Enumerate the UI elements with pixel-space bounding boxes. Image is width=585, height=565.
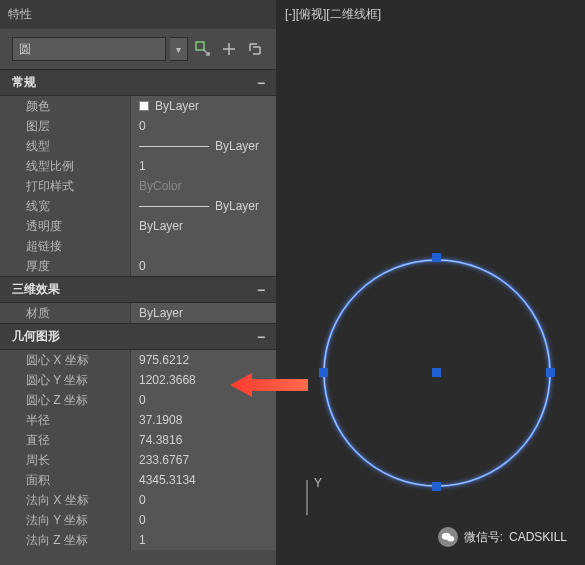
grip-right[interactable] (546, 368, 555, 377)
color-swatch-icon (139, 101, 149, 111)
section-header-general[interactable]: 常规 − (0, 70, 276, 96)
svg-rect-0 (196, 42, 204, 50)
prop-ltscale[interactable]: 线型比例1 (0, 156, 276, 176)
section-threed: 三维效果 − 材质ByLayer (0, 276, 276, 323)
grip-center[interactable] (432, 368, 441, 377)
ucs-icon: Y (297, 475, 347, 525)
quick-select-icon[interactable] (192, 38, 214, 60)
object-type-selector[interactable]: 圆 (12, 37, 166, 61)
prop-layer[interactable]: 图层0 (0, 116, 276, 136)
prop-thickness[interactable]: 厚度0 (0, 256, 276, 276)
section-geometry: 几何图形 − 圆心 X 坐标975.6212 圆心 Y 坐标1202.3668 … (0, 323, 276, 550)
grip-left[interactable] (319, 368, 328, 377)
collapse-icon: − (254, 329, 268, 345)
prop-radius[interactable]: 半径37.1908 (0, 410, 276, 430)
annotation-arrow-icon (230, 370, 310, 400)
prop-circumference[interactable]: 周长233.6767 (0, 450, 276, 470)
selector-dropdown-icon[interactable]: ▾ (170, 37, 188, 61)
properties-panel: 特性 圆 ▾ 常规 − 颜色ByLayer 图层0 线型ByLayer 线型比例… (0, 0, 277, 565)
linetype-sample-icon (139, 146, 209, 147)
section-header-geometry[interactable]: 几何图形 − (0, 324, 276, 350)
collapse-icon: − (254, 282, 268, 298)
svg-marker-7 (230, 373, 308, 397)
lineweight-sample-icon (139, 206, 209, 207)
prop-plotstyle[interactable]: 打印样式ByColor (0, 176, 276, 196)
svg-point-6 (447, 536, 454, 542)
prop-color[interactable]: 颜色ByLayer (0, 96, 276, 116)
selector-row: 圆 ▾ (0, 29, 276, 69)
prop-normalx[interactable]: 法向 X 坐标0 (0, 490, 276, 510)
prop-hyperlink[interactable]: 超链接 (0, 236, 276, 256)
prop-linetype[interactable]: 线型ByLayer (0, 136, 276, 156)
prop-material[interactable]: 材质ByLayer (0, 303, 276, 323)
prop-lineweight[interactable]: 线宽ByLayer (0, 196, 276, 216)
grip-bottom[interactable] (432, 482, 441, 491)
section-general: 常规 − 颜色ByLayer 图层0 线型ByLayer 线型比例1 打印样式B… (0, 69, 276, 276)
wechat-icon (438, 527, 458, 547)
watermark: 微信号: CADSKILL (438, 527, 567, 547)
section-header-threed[interactable]: 三维效果 − (0, 277, 276, 303)
toggle-pui-icon[interactable] (244, 38, 266, 60)
prop-area[interactable]: 面积4345.3134 (0, 470, 276, 490)
select-objects-icon[interactable] (218, 38, 240, 60)
prop-transparency[interactable]: 透明度ByLayer (0, 216, 276, 236)
collapse-icon: − (254, 75, 268, 91)
panel-title: 特性 (0, 0, 276, 29)
viewport[interactable]: [-][俯视][二维线框] Y 微信号: CADSKILL (277, 0, 585, 565)
prop-normalz[interactable]: 法向 Z 坐标1 (0, 530, 276, 550)
prop-diameter[interactable]: 直径74.3816 (0, 430, 276, 450)
grip-top[interactable] (432, 253, 441, 262)
svg-text:Y: Y (314, 476, 322, 490)
viewport-label[interactable]: [-][俯视][二维线框] (285, 6, 381, 23)
prop-centerx[interactable]: 圆心 X 坐标975.6212 (0, 350, 276, 370)
prop-normaly[interactable]: 法向 Y 坐标0 (0, 510, 276, 530)
